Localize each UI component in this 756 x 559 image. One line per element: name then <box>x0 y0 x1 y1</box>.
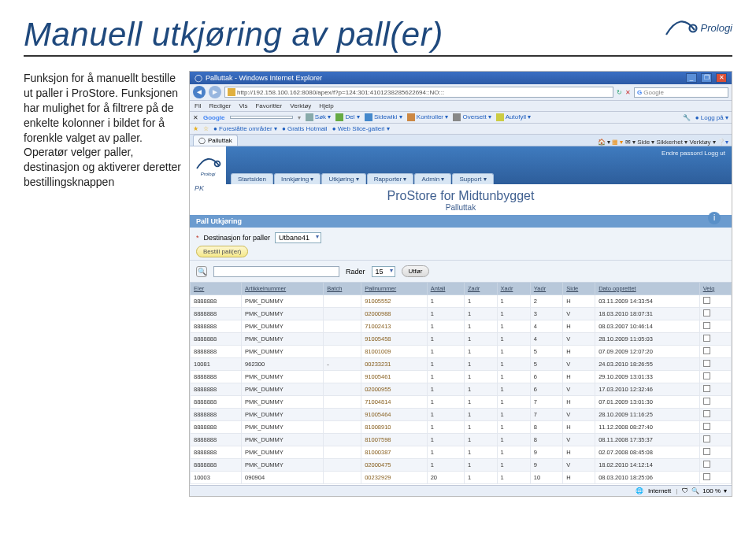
table-cell: V <box>563 459 595 472</box>
browser-search-box[interactable]: G Google <box>634 87 728 98</box>
menu-view[interactable]: Vis <box>239 102 247 109</box>
table-cell: V <box>563 409 595 421</box>
column-header[interactable]: Antall <box>427 283 464 295</box>
tb-share[interactable]: Del ▾ <box>335 113 359 121</box>
app-tab-utkjoring[interactable]: Utkjøring ▾ <box>321 173 365 184</box>
tb-translate[interactable]: Oversett ▾ <box>453 113 491 121</box>
minimize-button[interactable]: _ <box>686 73 697 83</box>
column-header[interactable]: Artikkelnummer <box>242 283 324 295</box>
row-checkbox[interactable] <box>703 372 710 379</box>
tb-sidewiki[interactable]: Sidewiki ▾ <box>365 113 402 121</box>
menu-file[interactable]: Fil <box>195 102 201 109</box>
column-header[interactable]: Side <box>563 283 595 295</box>
table-cell <box>324 472 361 484</box>
add-fav-icon[interactable]: ☆ <box>203 125 209 132</box>
forward-button[interactable]: ► <box>209 86 221 98</box>
google-icon: G <box>637 89 642 96</box>
table-cell: 1 <box>427 308 464 320</box>
zoom-icon[interactable]: 🔍 <box>691 487 699 494</box>
close-button[interactable]: ✕ <box>716 73 727 83</box>
address-bar[interactable]: http://192.158.100.162:8080/apex/f?p=124… <box>224 87 613 98</box>
tab-action-tools[interactable]: Verktøy <box>689 139 710 146</box>
back-button[interactable]: ◄ <box>193 86 206 98</box>
row-checkbox[interactable] <box>703 385 710 392</box>
rows-select[interactable]: 15 <box>372 266 395 277</box>
row-checkbox[interactable] <box>703 448 710 455</box>
menu-help[interactable]: Hjelp <box>319 102 333 109</box>
tb-check[interactable]: Kontroller ▾ <box>407 113 449 121</box>
table-cell: 8888888 <box>191 346 242 358</box>
table-cell <box>324 434 361 446</box>
column-header[interactable]: Pallnummer <box>361 283 427 295</box>
info-badge-icon[interactable]: i <box>708 212 721 224</box>
feed-icon[interactable]: ▦ ▾ <box>612 139 623 146</box>
column-header[interactable]: Dato opprettet <box>595 283 700 295</box>
maximize-button[interactable]: ❐ <box>701 73 712 83</box>
google-search-input[interactable] <box>230 116 293 119</box>
menu-edit[interactable]: Rediger <box>209 102 231 109</box>
app-tab-startsiden[interactable]: Startsiden <box>231 173 273 184</box>
table-cell: 1 <box>427 434 464 446</box>
table-cell: PMK_DUMMY <box>242 459 324 472</box>
app-tab-admin[interactable]: Admin ▾ <box>414 173 451 184</box>
order-pallets-button[interactable]: Bestill pall(er) <box>196 246 248 257</box>
table-cell: 91005464 <box>361 409 427 421</box>
row-checkbox[interactable] <box>703 423 710 430</box>
zoom-dropdown-icon[interactable]: ▾ <box>724 487 727 494</box>
fav-suggested[interactable]: ● Foreslåtte områder ▾ <box>213 125 277 132</box>
page-icon: ◯ <box>195 74 202 82</box>
help-icon[interactable]: ❔▾ <box>717 139 728 146</box>
tb-login[interactable]: ● Logg på ▾ <box>695 114 728 121</box>
app-user-links[interactable]: Endre passord Logg ut <box>655 146 732 184</box>
tb-search[interactable]: Søk ▾ <box>306 113 332 121</box>
app-tab-support[interactable]: Support ▾ <box>452 173 493 184</box>
row-checkbox[interactable] <box>703 435 710 442</box>
column-header[interactable]: Xadr <box>497 283 530 295</box>
column-header[interactable]: Batch <box>324 283 361 295</box>
row-checkbox[interactable] <box>703 398 710 405</box>
table-cell: 8 <box>530 421 562 434</box>
wrench-icon[interactable]: 🔧 <box>683 114 691 121</box>
fav-webslice[interactable]: ● Web Slice-galleri ▾ <box>332 125 390 132</box>
favorites-star-icon[interactable]: ★ <box>193 125 198 132</box>
row-checkbox[interactable] <box>703 360 710 367</box>
row-checkbox[interactable] <box>703 410 710 417</box>
table-cell: 10 <box>530 472 562 484</box>
browser-tab-palluttak[interactable]: ◯ Palluttak <box>193 135 238 146</box>
row-checkbox[interactable] <box>703 473 710 480</box>
row-checkbox[interactable] <box>703 297 710 304</box>
table-cell: 8888888 <box>191 333 242 346</box>
row-checkbox[interactable] <box>703 461 710 468</box>
mail-icon[interactable]: ✉ ▾ <box>625 139 636 146</box>
column-header[interactable]: Velg <box>699 283 731 295</box>
home-icon[interactable]: 🏠 ▾ <box>598 139 610 146</box>
fav-hotmail[interactable]: ● Gratis Hotmail <box>282 125 328 132</box>
tab-action-security[interactable]: Sikkerhet <box>657 139 683 146</box>
stop-icon[interactable]: ✕ <box>625 89 631 96</box>
column-header[interactable]: Yadr <box>530 283 562 295</box>
table-cell: 1 <box>464 446 497 459</box>
table-cell: 1 <box>464 346 497 358</box>
run-button[interactable]: Utfør <box>402 265 430 277</box>
search-icon-btn[interactable]: 🔍 <box>196 266 207 277</box>
row-checkbox[interactable] <box>703 309 710 317</box>
column-header[interactable]: Eier <box>191 283 242 295</box>
row-checkbox[interactable] <box>703 322 710 329</box>
menu-tools[interactable]: Verktøy <box>290 102 311 109</box>
table-search-input[interactable] <box>213 266 339 277</box>
table-cell <box>324 346 361 358</box>
row-checkbox[interactable] <box>703 335 710 342</box>
close-toolbar-icon[interactable]: ✕ <box>193 114 198 121</box>
tb-autofill[interactable]: Autofyll ▾ <box>496 113 531 121</box>
app-tab-rapporter[interactable]: Rapporter ▾ <box>367 173 414 184</box>
refresh-icon[interactable]: ↻ <box>617 89 622 96</box>
tab-action-page[interactable]: Side <box>637 139 650 146</box>
menu-fav[interactable]: Favoritter <box>255 102 282 109</box>
destination-select[interactable]: Utbane41 <box>275 232 321 243</box>
google-label: Google <box>203 114 225 121</box>
status-bar: 🌐 Internett | 🛡 🔍 100 % ▾ <box>190 485 732 496</box>
column-header[interactable]: Zadr <box>464 283 497 295</box>
table-cell: 02000475 <box>361 459 427 472</box>
row-checkbox[interactable] <box>703 347 710 354</box>
app-tab-innkjoring[interactable]: Innkjøring ▾ <box>274 173 321 184</box>
